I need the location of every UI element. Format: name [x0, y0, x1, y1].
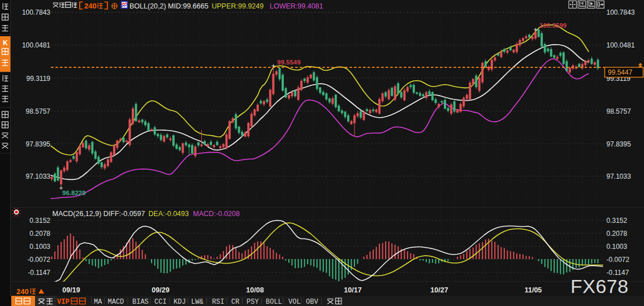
svg-text:VOL: VOL: [288, 298, 301, 306]
svg-text:BIAS: BIAS: [132, 298, 149, 306]
svg-text:MA: MA: [94, 298, 102, 306]
svg-text:RSI: RSI: [212, 298, 224, 306]
svg-text:DEA:-0.0493: DEA:-0.0493: [148, 210, 189, 218]
svg-text:VIP: VIP: [57, 298, 70, 306]
svg-text:LW&: LW&: [191, 298, 204, 306]
svg-text:240: 240: [84, 2, 97, 10]
svg-text:UPPER:99.9249: UPPER:99.9249: [212, 2, 264, 10]
svg-text:CCI: CCI: [154, 298, 167, 306]
svg-text:MACD:-0.0208: MACD:-0.0208: [193, 210, 240, 218]
svg-text:KDJ: KDJ: [174, 298, 186, 306]
svg-text:BOLL: BOLL: [266, 298, 282, 306]
svg-text:LOWER:99.4081: LOWER:99.4081: [270, 2, 323, 10]
svg-text:MACD(26,12,9) DIFF:-0.0597: MACD(26,12,9) DIFF:-0.0597: [53, 210, 145, 218]
svg-text:MACD: MACD: [108, 298, 124, 306]
svg-text:K: K: [3, 39, 8, 47]
svg-text:240: 240: [16, 287, 29, 296]
svg-text:PSY: PSY: [247, 298, 259, 306]
svg-text:CR: CR: [231, 298, 239, 306]
svg-text:OBV: OBV: [306, 298, 318, 306]
svg-text:BOLL(20,2) MID:99.6665: BOLL(20,2) MID:99.6665: [129, 2, 209, 10]
